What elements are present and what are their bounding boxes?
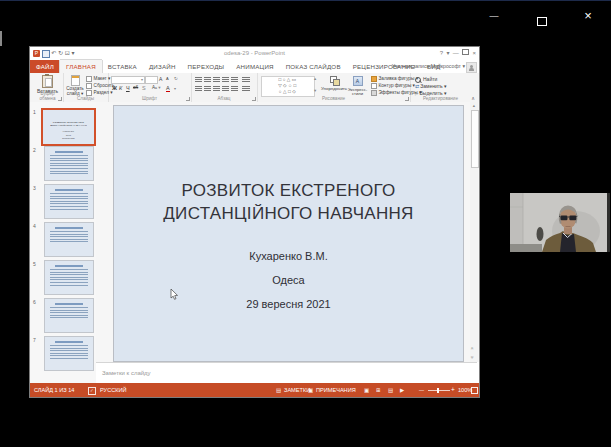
shape-outline-button[interactable]: Контур фигуры ▾ [371,83,415,89]
font-color-dropdown-icon[interactable]: ▾ [174,86,176,91]
notes-pane[interactable]: Заметки к слайду [96,362,477,384]
justify-icon[interactable] [222,86,229,92]
current-slide[interactable]: РОЗВИТОК ЕКСТРЕНОГО ДИСТАНЦІЙНОГО НАВЧАН… [113,105,464,362]
slide-sorter-view-icon[interactable]: ⊞ [376,383,381,397]
ppt-window-controls: ? ▾ — × [440,49,476,57]
ribbon-options-icon[interactable]: ▾ [446,50,449,56]
comments-toggle-icon[interactable]: ▣ [308,383,313,397]
align-right-icon[interactable] [213,86,220,92]
reading-view-icon[interactable]: ▤ [388,383,393,397]
shapes-scroll-up-icon[interactable]: ▴ [314,76,316,82]
slide-thumbnail-7[interactable]: 7 [30,336,96,371]
font-group-label: Шрифт [108,96,191,101]
text-shadow-button[interactable]: S [142,85,146,91]
normal-view-icon[interactable]: ▣ [364,383,369,397]
change-case-button[interactable]: Аа ▾ [152,85,161,90]
maximize-button[interactable] [535,12,549,30]
vertical-scrollbar[interactable]: ▴ « » [470,102,478,362]
slide-thumbnail-5[interactable]: 5 [30,260,96,295]
ppt-minimize-icon[interactable]: — [453,50,459,56]
group-clipboard: Вставить Буфер обмена [32,73,64,102]
align-center-icon[interactable] [204,86,211,92]
shrink-font-button[interactable]: А [166,76,169,81]
font-size-input[interactable] [145,76,158,84]
underline-button[interactable]: Ч [126,85,130,91]
replace-button[interactable]: ⇄Заменить ▾ [415,83,447,89]
ppt-close-icon[interactable]: × [472,50,476,56]
slide-title-text[interactable]: РОЗВИТОК ЕКСТРЕНОГО ДИСТАНЦІЙНОГО НАВЧАН… [114,180,463,225]
line-spacing-icon[interactable] [231,77,238,83]
zoom-in-icon[interactable]: + [451,383,455,397]
tab-home[interactable]: ГЛАВНАЯ [60,60,102,73]
clear-formatting-button[interactable]: ↻ [174,76,178,81]
slide-subtitle-text[interactable]: Кухаренко В.М. Одеса 29 вересня 2021 [114,244,463,316]
tab-design[interactable]: ДИЗАЙН [143,60,182,73]
bold-button[interactable]: Ж [112,85,117,91]
ppt-restore-icon[interactable] [462,49,469,55]
slide-thumbnail-4[interactable]: 4 [30,222,96,257]
shapes-gallery[interactable]: □○△▭ ▽◇☆□ ○△□◇ [261,76,315,97]
tab-animations[interactable]: АНИМАЦИЯ [230,60,279,73]
text-direction-icon[interactable] [242,77,250,83]
arrange-button[interactable]: Упорядочить [321,76,345,91]
close-button[interactable]: × [581,8,595,23]
find-button[interactable]: Найти [415,76,437,83]
increase-indent-icon[interactable] [222,77,229,83]
webcam-video[interactable] [510,193,610,252]
italic-button[interactable]: К [119,85,122,91]
drawing-dialog-launcher[interactable] [405,97,409,101]
notes-placeholder: Заметки к слайду [102,370,151,376]
help-icon[interactable]: ? [440,50,443,56]
shapes-scroll-down-icon[interactable]: ▾ [314,88,316,94]
columns-icon[interactable] [231,86,238,92]
thumbnail-number: 1 [33,109,36,115]
group-drawing: □○△▭ ▽◇☆□ ○△□◇ ▴ ▾ Упорядочить А Экспрес… [257,73,411,102]
align-left-icon[interactable] [195,86,202,92]
drawing-group-label: Рисование [257,96,410,101]
shape-effects-icon [371,90,377,96]
slide-thumbnail-6[interactable]: 6 [30,298,96,333]
font-color-button[interactable]: А [166,85,170,92]
numbering-icon[interactable] [204,77,211,83]
paragraph-dialog-launcher[interactable] [252,97,256,101]
decrease-indent-icon[interactable] [213,77,220,83]
fit-to-window-icon[interactable] [471,387,478,394]
strikethrough-button[interactable]: аб [133,85,138,90]
collapse-ribbon-icon[interactable]: ∧ [471,95,475,101]
account-label[interactable]: Учетная запись Майкрософт ▾ [392,63,465,69]
spellcheck-icon[interactable]: ✓ [88,387,96,395]
account-dropdown-icon: ▾ [462,63,465,69]
group-paragraph: Абзац [191,73,258,102]
slide-thumbnail-3[interactable]: 3 [30,184,96,219]
tab-slideshow[interactable]: ПОКАЗ СЛАЙДОВ [280,60,347,73]
tab-insert[interactable]: ВСТАВКА [102,60,143,73]
screen-edge-artifact [0,31,2,46]
next-slide-icon[interactable]: » [469,356,476,359]
zoom-out-icon[interactable]: — [419,383,424,397]
tab-transitions[interactable]: ПЕРЕХОДЫ [182,60,231,73]
scrollbar-thumb[interactable] [471,110,479,168]
language-indicator[interactable]: РУССКИЙ [100,383,127,397]
notes-toggle[interactable]: ЗАМЕТКИ [284,383,310,397]
slide-thumbnail-1[interactable]: 1 РОЗВИТОК ЕКСТРЕНОГОДИСТАНЦІЙНОГО НАВЧА… [30,108,96,143]
notes-toggle-icon[interactable]: ▤ [276,383,281,397]
scroll-up-icon[interactable]: ▴ [470,103,478,109]
quick-styles-button[interactable]: А Экспресс-стили [346,76,369,97]
zoom-slider-thumb[interactable] [437,388,439,393]
grow-font-button[interactable]: А [159,76,162,82]
new-slide-button[interactable]: Создатьслайд ▾ [66,75,84,96]
bullets-icon[interactable] [195,77,202,83]
layout-button[interactable]: Макет ▾ [86,76,110,82]
font-name-input[interactable]: ▾ [111,76,145,84]
account-avatar[interactable] [466,62,477,73]
slide-thumbnail-2[interactable]: 2 [30,146,96,181]
font-dialog-launcher[interactable] [186,97,190,101]
previous-slide-icon[interactable]: « [469,347,476,350]
smartart-convert-icon[interactable] [242,86,250,92]
tab-file[interactable]: ФАЙЛ [30,60,60,73]
minimize-button[interactable]: — [487,11,501,21]
zoom-slider-track[interactable] [428,390,450,391]
slideshow-view-icon[interactable]: ▶ [400,383,404,397]
clipboard-dialog-launcher[interactable] [58,97,62,101]
comments-toggle[interactable]: ПРИМЕЧАНИЯ [316,383,356,397]
